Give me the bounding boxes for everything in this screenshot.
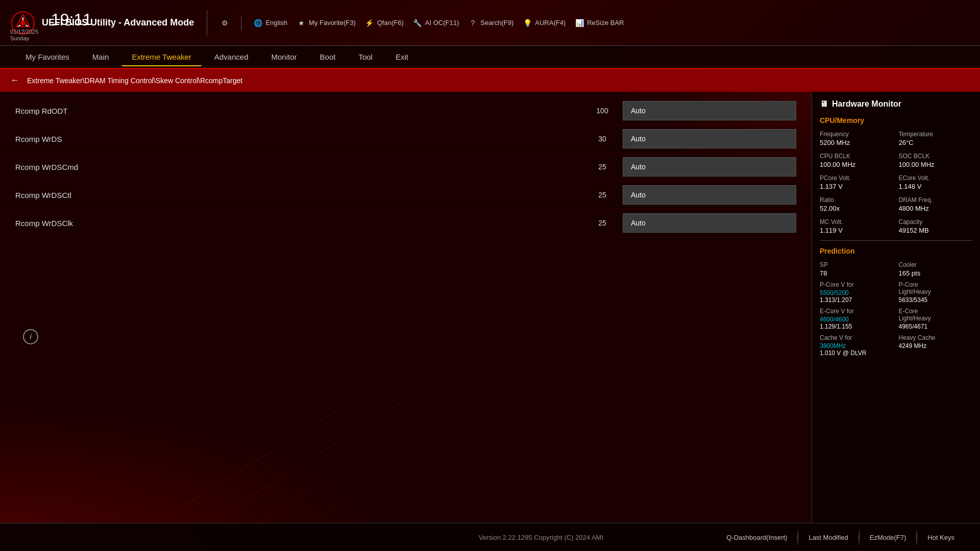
qfan-tool[interactable]: ⚡ Qfan(F6) bbox=[365, 18, 404, 28]
nav-main[interactable]: Main bbox=[82, 48, 119, 65]
resize-bar-tool[interactable]: 📊 ReSize BAR bbox=[575, 18, 624, 28]
settings-gear[interactable]: ⚙ bbox=[220, 18, 229, 28]
pcore-v-left: P-Core V for 5500/5200 1.313/1.207 bbox=[820, 281, 894, 304]
resize-bar-label: ReSize BAR bbox=[587, 19, 624, 27]
hot-keys-button[interactable]: Hot Keys bbox=[917, 534, 965, 541]
footer-actions: Q-Dashboard(Insert) Last Modified EzMode… bbox=[716, 530, 965, 545]
header-divider bbox=[207, 10, 207, 36]
nav-exit[interactable]: Exit bbox=[385, 48, 419, 65]
setting-value-rcomp-wrdsclk: 25 bbox=[582, 219, 623, 227]
main-content: Rcomp RdODT 100 Auto Rcomp WrDS 30 Auto … bbox=[0, 92, 980, 523]
time-display: 19:11 bbox=[51, 10, 92, 29]
hw-metric-mc-volt: MC Volt. 1.119 V bbox=[820, 218, 894, 234]
setting-dropdown-rcomp-wrdsctl[interactable]: Auto bbox=[623, 185, 796, 205]
ecore-v-left: E-Core V for 4600/4600 1.129/1.155 bbox=[820, 308, 894, 330]
resize-bar-icon: 📊 bbox=[575, 18, 584, 28]
setting-dropdown-rcomp-rdodt[interactable]: Auto bbox=[623, 101, 796, 120]
setting-label-rcomp-rdodt: Rcomp RdODT bbox=[15, 107, 582, 115]
hw-monitor-icon: 🖥 bbox=[820, 99, 828, 109]
hw-metric-ecore-volt: ECore Volt. 1.148 V bbox=[899, 174, 973, 190]
setting-row-rcomp-wrdscmd: Rcomp WrDSCmd 25 Auto bbox=[0, 153, 812, 181]
header: UEFI BIOS Utility - Advanced Mode ⚙ 🌐 En… bbox=[0, 0, 980, 46]
language-selector[interactable]: 🌐 English bbox=[253, 18, 287, 28]
breadcrumb-path: Extreme Tweaker\DRAM Timing Control\Skew… bbox=[27, 77, 242, 85]
day-display: Sunday bbox=[10, 35, 38, 41]
setting-label-rcomp-wrdscmd: Rcomp WrDSCmd bbox=[15, 163, 582, 171]
hw-prediction-grid: SP 78 Cooler 165 pts bbox=[820, 261, 972, 277]
search-tool[interactable]: ? Search(F9) bbox=[468, 18, 513, 28]
aura-icon: 💡 bbox=[523, 18, 532, 28]
cache-v-left: Cache V for 3800MHz 1.010 V @ DLVR bbox=[820, 334, 894, 357]
my-favorite-label: My Favorite(F3) bbox=[309, 19, 356, 27]
datetime-area: 01/12/2025 Sunday bbox=[10, 28, 38, 41]
setting-value-rcomp-wrdscmd: 25 bbox=[582, 163, 623, 171]
ai-oc-tool[interactable]: 🔧 AI OC(F11) bbox=[413, 18, 459, 28]
nav-boot[interactable]: Boot bbox=[310, 48, 346, 65]
search-label: Search(F9) bbox=[480, 19, 513, 27]
navbar: My Favorites Main Extreme Tweaker Advanc… bbox=[0, 46, 980, 69]
footer: Version 2.22.1295 Copyright (C) 2024 AMI… bbox=[0, 523, 980, 551]
gear-icon: ⚙ bbox=[220, 18, 229, 28]
ecore-v-right: E-Core Light/Heavy 4965/4671 bbox=[899, 308, 973, 330]
setting-label-rcomp-wrds: Rcomp WrDS bbox=[15, 135, 582, 143]
setting-label-rcomp-wrdsclk: Rcomp WrDSClk bbox=[15, 219, 582, 228]
setting-dropdown-rcomp-wrdsclk[interactable]: Auto bbox=[623, 213, 796, 233]
setting-row-rcomp-rdodt: Rcomp RdODT 100 Auto bbox=[0, 97, 812, 125]
setting-value-rcomp-rdodt: 100 bbox=[582, 107, 623, 115]
date-display: 01/12/2025 bbox=[10, 28, 38, 35]
my-favorite-tool[interactable]: ★ My Favorite(F3) bbox=[297, 18, 356, 28]
tools-divider bbox=[241, 15, 241, 31]
search-icon: ? bbox=[468, 18, 477, 28]
nav-extreme-tweaker[interactable]: Extreme Tweaker bbox=[121, 48, 201, 66]
setting-label-rcomp-wrdsctl: Rcomp WrDSCtl bbox=[15, 191, 582, 199]
nav-monitor[interactable]: Monitor bbox=[261, 48, 307, 65]
back-button[interactable]: ← bbox=[10, 75, 19, 86]
hw-metric-soc-bclk: SOC BCLK 100.00 MHz bbox=[899, 153, 973, 168]
setting-row-rcomp-wrdsclk: Rcomp WrDSClk 25 Auto bbox=[0, 209, 812, 237]
nav-advanced[interactable]: Advanced bbox=[204, 48, 259, 65]
hw-metric-pcore-volt: PCore Volt. 1.137 V bbox=[820, 174, 894, 190]
setting-value-rcomp-wrds: 30 bbox=[582, 135, 623, 143]
hw-monitor-title: 🖥 Hardware Monitor bbox=[820, 99, 972, 109]
breadcrumb-bar: ← Extreme Tweaker\DRAM Timing Control\Sk… bbox=[0, 69, 980, 92]
prediction-section-title: Prediction bbox=[820, 247, 972, 255]
favorite-icon: ★ bbox=[297, 18, 306, 28]
hw-cooler: Cooler 165 pts bbox=[899, 261, 973, 277]
hw-metric-dram-freq: DRAM Freq. 4800 MHz bbox=[899, 196, 973, 212]
heavy-cache-right: Heavy Cache 4249 MHz bbox=[899, 334, 973, 357]
hw-metric-frequency: Frequency 5200 MHz bbox=[820, 131, 894, 146]
svg-point-7 bbox=[20, 20, 26, 26]
setting-row-rcomp-wrdsctl: Rcomp WrDSCtl 25 Auto bbox=[0, 181, 812, 209]
prediction-details: P-Core V for 5500/5200 1.313/1.207 P-Cor… bbox=[820, 281, 972, 357]
globe-icon: 🌐 bbox=[253, 18, 262, 28]
pcore-v-right: P-Core Light/Heavy 5633/5345 bbox=[899, 281, 973, 304]
hw-metric-ratio: Ratio 52.00x bbox=[820, 196, 894, 212]
hw-metrics-grid: Frequency 5200 MHz Temperature 26°C CPU … bbox=[820, 131, 972, 234]
ai-oc-icon: 🔧 bbox=[413, 18, 422, 28]
time-area: 19:11 bbox=[51, 10, 92, 29]
qfan-label: Qfan(F6) bbox=[377, 19, 404, 27]
ez-mode-button[interactable]: EzMode(F7) bbox=[860, 534, 917, 541]
settings-panel: Rcomp RdODT 100 Auto Rcomp WrDS 30 Auto … bbox=[0, 92, 812, 523]
footer-version: Version 2.22.1295 Copyright (C) 2024 AMI bbox=[366, 534, 717, 541]
setting-row-rcomp-wrds: Rcomp WrDS 30 Auto bbox=[0, 125, 812, 153]
cpu-memory-section-title: CPU/Memory bbox=[820, 116, 972, 124]
nav-tool[interactable]: Tool bbox=[348, 48, 383, 65]
language-label: English bbox=[265, 19, 287, 27]
hw-sp: SP 78 bbox=[820, 261, 894, 277]
info-icon[interactable]: i bbox=[23, 329, 38, 344]
q-dashboard-button[interactable]: Q-Dashboard(Insert) bbox=[716, 534, 798, 541]
qfan-icon: ⚡ bbox=[365, 18, 374, 28]
ai-oc-label: AI OC(F11) bbox=[425, 19, 459, 27]
nav-my-favorites[interactable]: My Favorites bbox=[15, 48, 80, 65]
aura-tool[interactable]: 💡 AURA(F4) bbox=[523, 18, 566, 28]
hw-metric-temperature: Temperature 26°C bbox=[899, 131, 973, 146]
setting-dropdown-rcomp-wrdscmd[interactable]: Auto bbox=[623, 157, 796, 177]
setting-dropdown-rcomp-wrds[interactable]: Auto bbox=[623, 129, 796, 148]
hw-metric-cpu-bclk: CPU BCLK 100.00 MHz bbox=[820, 153, 894, 168]
last-modified-button[interactable]: Last Modified bbox=[798, 534, 859, 541]
hw-monitor-panel: 🖥 Hardware Monitor CPU/Memory Frequency … bbox=[812, 92, 980, 523]
hw-divider bbox=[820, 240, 972, 241]
setting-value-rcomp-wrdsctl: 25 bbox=[582, 191, 623, 199]
hw-metric-capacity: Capacity 49152 MB bbox=[899, 218, 973, 234]
